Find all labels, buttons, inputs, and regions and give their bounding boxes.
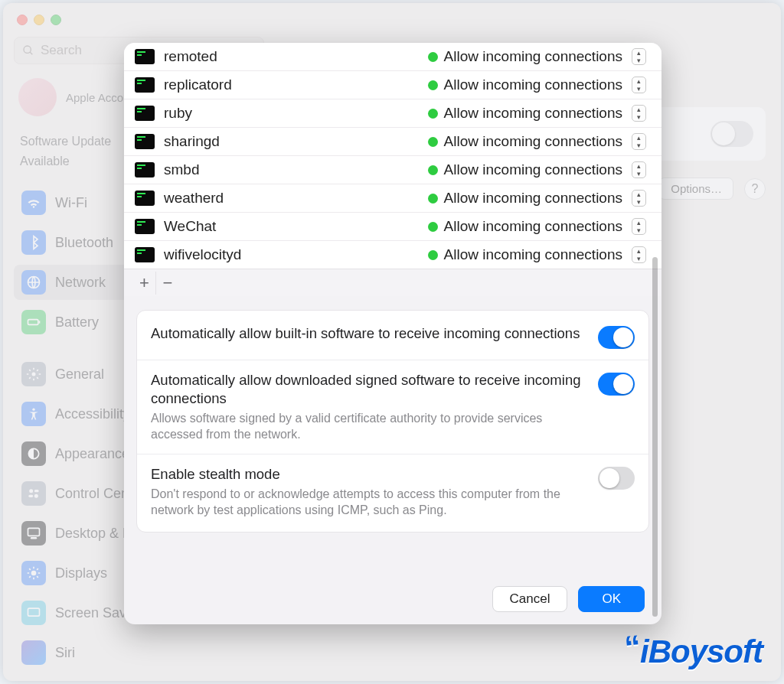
app-row[interactable]: wifivelocityd Allow incoming connections…	[124, 241, 662, 269]
option-toggle[interactable]	[598, 326, 635, 349]
chevron-down-icon: ▾	[637, 142, 641, 149]
remove-app-button[interactable]: −	[156, 272, 179, 295]
status-dot-icon	[428, 250, 438, 260]
chevron-down-icon: ▾	[637, 171, 641, 178]
connection-status-label: Allow incoming connections	[444, 218, 622, 235]
chevron-up-icon: ▴	[637, 50, 641, 57]
status-dot-icon	[428, 109, 438, 119]
chevron-down-icon: ▾	[637, 86, 641, 93]
chevron-up-icon: ▴	[637, 191, 641, 198]
terminal-icon	[135, 219, 155, 234]
connection-stepper[interactable]: ▴ ▾	[632, 77, 646, 93]
connection-stepper[interactable]: ▴ ▾	[632, 133, 646, 150]
app-name-label: sharingd	[164, 133, 419, 150]
app-name-label: wifivelocityd	[164, 246, 419, 263]
option-title: Enable stealth mode	[151, 465, 584, 484]
chevron-up-icon: ▴	[637, 163, 641, 170]
option-title: Automatically allow built-in software to…	[151, 324, 584, 343]
app-row[interactable]: weatherd Allow incoming connections ▴ ▾	[124, 184, 662, 213]
terminal-icon	[135, 162, 155, 178]
chevron-up-icon: ▴	[637, 220, 641, 226]
connection-stepper[interactable]: ▴ ▾	[632, 105, 646, 122]
status-dot-icon	[428, 165, 438, 175]
chevron-down-icon: ▾	[637, 57, 641, 64]
connection-cell[interactable]: Allow incoming connections ▴ ▾	[428, 105, 646, 122]
app-name-label: remoted	[164, 48, 419, 65]
terminal-icon	[135, 191, 155, 206]
option-row: Enable stealth mode Don't respond to or …	[137, 454, 648, 529]
app-row[interactable]: replicatord Allow incoming connections ▴…	[124, 71, 662, 99]
option-subtitle: Allows software signed by a valid certif…	[151, 410, 584, 442]
connection-stepper[interactable]: ▴ ▾	[632, 161, 646, 178]
chevron-down-icon: ▾	[637, 227, 641, 234]
connection-cell[interactable]: Allow incoming connections ▴ ▾	[428, 218, 646, 235]
option-subtitle: Don't respond to or acknowledge attempts…	[151, 486, 584, 518]
chevron-up-icon: ▴	[637, 106, 641, 113]
connection-status-label: Allow incoming connections	[444, 190, 622, 207]
app-row[interactable]: WeChat Allow incoming connections ▴ ▾	[124, 213, 662, 241]
chevron-up-icon: ▴	[637, 248, 641, 255]
chevron-up-icon: ▴	[637, 78, 641, 85]
app-name-label: smbd	[164, 161, 419, 178]
connection-cell[interactable]: Allow incoming connections ▴ ▾	[428, 77, 646, 93]
chevron-up-icon: ▴	[637, 135, 641, 142]
status-dot-icon	[428, 52, 438, 62]
option-title: Automatically allow downloaded signed so…	[151, 371, 584, 407]
chevron-down-icon: ▾	[637, 199, 641, 206]
app-row[interactable]: smbd Allow incoming connections ▴ ▾	[124, 156, 662, 184]
firewall-options-sheet: remoted Allow incoming connections ▴ ▾ r…	[124, 43, 662, 624]
status-dot-icon	[428, 137, 438, 147]
connection-cell[interactable]: Allow incoming connections ▴ ▾	[428, 133, 646, 150]
list-footer: + −	[124, 269, 662, 296]
option-toggle[interactable]	[598, 373, 635, 396]
terminal-icon	[135, 106, 155, 121]
connection-cell[interactable]: Allow incoming connections ▴ ▾	[428, 190, 646, 207]
app-row[interactable]: sharingd Allow incoming connections ▴ ▾	[124, 128, 662, 156]
option-row: Automatically allow downloaded signed so…	[137, 360, 648, 454]
ok-button[interactable]: OK	[578, 586, 645, 612]
option-row: Automatically allow built-in software to…	[137, 314, 648, 360]
connection-stepper[interactable]: ▴ ▾	[632, 48, 646, 65]
connection-stepper[interactable]: ▴ ▾	[632, 190, 646, 207]
terminal-icon	[135, 49, 155, 64]
app-row[interactable]: remoted Allow incoming connections ▴ ▾	[124, 43, 662, 71]
app-name-label: ruby	[164, 105, 419, 122]
option-toggle[interactable]	[598, 467, 635, 490]
connection-cell[interactable]: Allow incoming connections ▴ ▾	[428, 48, 646, 65]
app-name-label: weatherd	[164, 190, 419, 207]
connection-status-label: Allow incoming connections	[444, 161, 622, 178]
cancel-button[interactable]: Cancel	[492, 586, 568, 612]
app-name-label: WeChat	[164, 218, 419, 235]
chevron-down-icon: ▾	[637, 256, 641, 262]
status-dot-icon	[428, 194, 438, 204]
connection-status-label: Allow incoming connections	[444, 48, 622, 65]
connection-status-label: Allow incoming connections	[444, 105, 622, 122]
terminal-icon	[135, 247, 155, 262]
terminal-icon	[135, 134, 155, 149]
status-dot-icon	[428, 80, 438, 90]
connection-status-label: Allow incoming connections	[444, 246, 622, 263]
connection-status-label: Allow incoming connections	[444, 77, 622, 93]
connection-stepper[interactable]: ▴ ▾	[632, 246, 646, 263]
connection-cell[interactable]: Allow incoming connections ▴ ▾	[428, 246, 646, 263]
add-app-button[interactable]: +	[133, 272, 156, 295]
app-name-label: replicatord	[164, 77, 419, 93]
firewall-options-panel: Automatically allow built-in software to…	[136, 310, 649, 533]
chevron-down-icon: ▾	[637, 114, 641, 121]
scrollbar[interactable]	[652, 257, 658, 617]
status-dot-icon	[428, 222, 438, 232]
connection-status-label: Allow incoming connections	[444, 133, 622, 150]
connection-stepper[interactable]: ▴ ▾	[632, 218, 646, 235]
connection-cell[interactable]: Allow incoming connections ▴ ▾	[428, 161, 646, 178]
firewall-app-list[interactable]: remoted Allow incoming connections ▴ ▾ r…	[124, 43, 662, 269]
watermark: “iBoysoft	[625, 634, 763, 670]
terminal-icon	[135, 77, 155, 93]
app-row[interactable]: ruby Allow incoming connections ▴ ▾	[124, 99, 662, 128]
